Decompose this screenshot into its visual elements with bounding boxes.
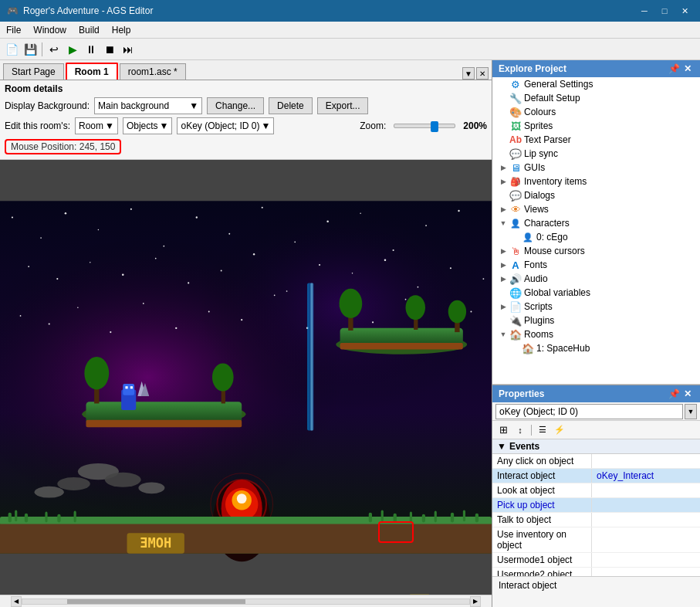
props-select-arrow[interactable]: ▼ <box>685 404 697 419</box>
tab-room1[interactable]: Room 1 <box>66 63 118 80</box>
scroll-left-btn[interactable]: ◀ <box>11 596 22 607</box>
props-row-interact[interactable]: Interact object oKey_Interact <box>492 469 700 483</box>
tab-close-all[interactable]: ✕ <box>476 67 489 80</box>
explore-section: Explore Project 📌 ✕ ⚙ General Settings 🔧… <box>492 60 700 385</box>
props-events-btn[interactable]: ⚡ <box>552 423 567 437</box>
props-row-usermode2[interactable]: Usermode2 object <box>492 568 700 576</box>
bg-dropdown[interactable]: Main background ▼ <box>94 97 202 114</box>
explore-header: Explore Project 📌 ✕ <box>492 60 700 77</box>
tree-item-scripts[interactable]: ▶ 📄 Scripts <box>492 300 700 314</box>
props-props-btn[interactable]: ☰ <box>535 423 550 437</box>
change-button[interactable]: Change... <box>207 97 264 114</box>
tree-item-text-parser[interactable]: Ab Text Parser <box>492 133 700 147</box>
svg-point-76 <box>138 482 164 493</box>
tree-item-plugins[interactable]: 🔌 Plugins <box>492 314 700 327</box>
tab-room1-asc[interactable]: room1.asc * <box>120 63 186 80</box>
tree-item-general-settings[interactable]: ⚙ General Settings <box>492 77 700 91</box>
tree-item-global-variables[interactable]: 🌐 Global variables <box>492 286 700 300</box>
zoom-slider[interactable] <box>394 124 455 128</box>
close-button[interactable]: ✕ <box>675 4 694 18</box>
bg-dropdown-arrow: ▼ <box>189 100 198 111</box>
tab-dropdown-arrow[interactable]: ▼ <box>462 67 475 80</box>
props-row-look[interactable]: Look at object <box>492 483 700 498</box>
tree-item-inventory[interactable]: ▶ 🎒 Inventory items <box>492 175 700 188</box>
tree-item-audio[interactable]: ▶ 🔊 Audio <box>492 272 700 286</box>
svg-point-47 <box>471 311 472 313</box>
delete-button[interactable]: Delete <box>269 97 313 114</box>
minimize-button[interactable]: ─ <box>635 4 654 18</box>
props-val: oKey_Interact <box>592 469 700 483</box>
tree-item-default-setup[interactable]: 🔧 Default Setup <box>492 91 700 105</box>
svg-text:HOME: HOME <box>140 535 171 551</box>
mouse-pos-text: Mouse Position: 245, 150 <box>5 139 121 154</box>
h-scrollbar[interactable]: ◀ ▶ <box>0 595 492 607</box>
props-events-section[interactable]: ▼ Events <box>492 439 700 454</box>
props-row-pickup[interactable]: Pick up object <box>492 498 700 513</box>
objects-dropdown[interactable]: Objects ▼ <box>123 117 173 134</box>
tree-item-spacehub[interactable]: 🏠 1: SpaceHub <box>492 341 700 355</box>
props-close-btn[interactable]: ✕ <box>681 388 694 400</box>
props-sep <box>531 425 532 436</box>
tree-item-dialogs[interactable]: 💬 Dialogs <box>492 188 700 202</box>
scroll-thumb[interactable] <box>67 599 246 604</box>
objects-arrow: ▼ <box>160 120 169 131</box>
menu-file[interactable]: File <box>0 22 27 38</box>
tab-start-page[interactable]: Start Page <box>3 63 64 80</box>
tree-item-rooms[interactable]: ▼ 🏠 Rooms <box>492 327 700 341</box>
tree-item-sprites[interactable]: 🖼 Sprites <box>492 119 700 133</box>
svg-rect-52 <box>340 343 463 349</box>
menu-build[interactable]: Build <box>73 22 106 38</box>
toolbar-save[interactable]: 💾 <box>22 41 39 58</box>
props-categorized-btn[interactable]: ⊞ <box>495 423 511 437</box>
zoom-thumb[interactable] <box>431 121 438 132</box>
menu-help[interactable]: Help <box>106 22 137 38</box>
tree-item-colours[interactable]: 🎨 Colours <box>492 105 700 119</box>
explore-pin-btn[interactable]: 📌 <box>668 63 680 75</box>
menu-window[interactable]: Window <box>27 22 73 38</box>
room-type-arrow: ▼ <box>105 120 114 131</box>
toolbar-step[interactable]: ⏭ <box>120 41 137 58</box>
props-row-usermode1[interactable]: Usermode1 object <box>492 553 700 568</box>
scroll-right-btn[interactable]: ▶ <box>470 596 481 607</box>
explore-close-btn[interactable]: ✕ <box>681 63 694 75</box>
mouse-cursors-icon: 🖱 <box>509 245 522 257</box>
canvas-area[interactable]: HOME <box>0 160 492 595</box>
props-pin-btn[interactable]: 📌 <box>668 388 680 400</box>
tree-item-guis[interactable]: ▶ 🖥 GUIs <box>492 161 700 175</box>
svg-rect-97 <box>422 514 425 523</box>
props-row-talk[interactable]: Talk to object <box>492 513 700 527</box>
tree-item-lip-sync[interactable]: 💬 Lip sync <box>492 147 700 161</box>
scroll-track[interactable] <box>22 599 470 605</box>
props-row-use-inventory[interactable]: Use inventory on object <box>492 527 700 553</box>
toolbar-run[interactable]: ▶ <box>64 41 81 58</box>
tree-item-fonts[interactable]: ▶ A Fonts <box>492 258 700 272</box>
svg-point-23 <box>188 282 189 283</box>
inventory-icon: 🎒 <box>509 175 522 188</box>
tree-item-cego[interactable]: 👤 0: cEgo <box>492 230 700 244</box>
props-object-select[interactable]: oKey (Object; ID 0) <box>495 404 683 419</box>
tree-item-characters[interactable]: ▼ 👤 Characters <box>492 216 700 230</box>
props-sort-btn[interactable]: ↕ <box>512 423 528 437</box>
toolbar-stop[interactable]: ⏹ <box>101 41 118 58</box>
okey-dropdown[interactable]: oKey (Object; ID 0) ▼ <box>177 117 274 134</box>
props-key: Usermode1 object <box>492 553 592 567</box>
main-layout: Start Page Room 1 room1.asc * ▼ ✕ Room d… <box>0 60 700 607</box>
svg-point-38 <box>175 327 177 329</box>
svg-point-41 <box>274 294 276 296</box>
maximize-button[interactable]: □ <box>655 4 674 18</box>
export-button[interactable]: Export... <box>317 97 369 114</box>
svg-point-31 <box>450 267 451 269</box>
room-type-dropdown[interactable]: Room ▼ <box>75 117 118 134</box>
props-row-any-click[interactable]: Any click on object <box>492 454 700 469</box>
props-header-buttons: 📌 ✕ <box>668 388 694 400</box>
tree-item-mouse-cursors[interactable]: ▶ 🖱 Mouse cursors <box>492 244 700 258</box>
toolbar-debug[interactable]: ⏸ <box>83 41 100 58</box>
svg-point-27 <box>319 264 320 266</box>
toolbar-new[interactable]: 📄 <box>3 41 20 58</box>
props-title: Properties <box>499 388 544 399</box>
props-events-label: Events <box>509 441 539 452</box>
svg-point-29 <box>384 259 387 261</box>
tree-item-views[interactable]: ▶ 👁 Views <box>492 202 700 216</box>
toolbar-undo[interactable]: ↩ <box>46 41 63 58</box>
app-title: Roger's Adventure - AGS Editor <box>23 5 635 16</box>
